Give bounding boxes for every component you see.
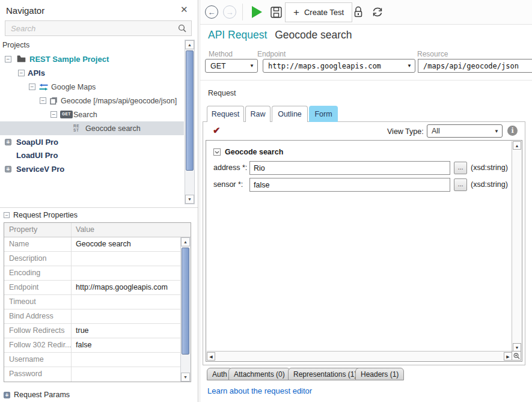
navigator-panel: Navigator ✕ Projects − REST Sample Proje… xyxy=(0,0,198,402)
property-cell: Endpoint xyxy=(4,281,72,294)
info-icon[interactable]: i xyxy=(507,126,518,136)
create-test-button[interactable]: + Create Test xyxy=(285,2,352,22)
scroll-up-icon[interactable]: ▲ xyxy=(513,141,521,150)
form-vertical-scrollbar[interactable]: ▲ ▼ xyxy=(512,141,521,352)
tab-request[interactable]: Request xyxy=(207,106,244,122)
collapse-icon[interactable]: − xyxy=(29,84,35,90)
refresh-icon[interactable] xyxy=(371,5,384,19)
tree-item-soapui-pro[interactable]: + SoapUI Pro xyxy=(0,135,184,149)
column-header-property[interactable]: Property xyxy=(4,223,72,237)
expand-icon[interactable]: + xyxy=(4,392,10,398)
scroll-down-icon[interactable]: ▼ xyxy=(513,343,521,352)
method-dropdown[interactable]: GET ▼ xyxy=(205,59,258,73)
column-header-value[interactable]: Value xyxy=(72,223,191,237)
scroll-left-icon[interactable]: ◀ xyxy=(207,352,215,361)
search-icon[interactable] xyxy=(178,24,191,32)
table-row[interactable]: Encoding xyxy=(4,266,191,281)
close-icon[interactable]: ✕ xyxy=(180,4,188,15)
value-cell[interactable]: http://maps.googleapis.com xyxy=(72,281,191,294)
app-window: Navigator ✕ Projects − REST Sample Proje… xyxy=(0,0,532,402)
tree-item-geocode-search-selected[interactable]: REST Geocode search xyxy=(0,121,184,135)
ellipsis-button[interactable]: ... xyxy=(454,162,467,174)
table-row[interactable]: Bind Address xyxy=(4,309,191,324)
collapse-icon[interactable]: − xyxy=(4,212,10,218)
table-scrollbar-thumb[interactable] xyxy=(182,248,189,355)
lock-icon[interactable] xyxy=(352,5,364,19)
resource-input[interactable] xyxy=(418,59,532,73)
tree-item-project[interactable]: − REST Sample Project xyxy=(0,52,184,66)
scroll-right-icon[interactable]: ▶ xyxy=(504,352,512,361)
save-icon[interactable] xyxy=(270,6,283,19)
navigator-title: Navigator xyxy=(6,5,44,16)
sensor-input[interactable] xyxy=(249,178,450,192)
address-input[interactable] xyxy=(249,161,450,175)
table-row[interactable]: Password xyxy=(4,367,191,382)
tab-headers[interactable]: Headers (1) xyxy=(355,368,404,380)
value-cell[interactable]: false xyxy=(72,338,191,352)
table-row[interactable]: Username xyxy=(4,353,191,367)
expand-icon[interactable]: + xyxy=(5,139,11,145)
collapse-icon[interactable]: − xyxy=(50,111,57,118)
scroll-up-icon[interactable]: ▲ xyxy=(181,237,190,246)
tree-item-google-maps[interactable]: − Google Maps xyxy=(0,80,184,94)
form-group-header[interactable]: Geocode search xyxy=(213,148,283,156)
tree-item-geocode[interactable]: − Geocode [/maps/api/geocode/json] xyxy=(0,94,184,108)
value-cell[interactable] xyxy=(72,353,191,367)
method-label: Method xyxy=(209,50,233,58)
request-editor-panel: ← → + Create Test API Request Geocode se… xyxy=(200,0,532,402)
request-properties-header[interactable]: − Request Properties xyxy=(4,211,78,219)
endpoint-dropdown[interactable]: http://maps.googleapis.com ▼ xyxy=(263,59,415,73)
view-type-label: View Type: xyxy=(387,127,424,136)
tab-form[interactable]: Form xyxy=(309,106,338,122)
tree-scrollbar[interactable]: ▲ ▼ xyxy=(185,40,195,204)
collapse-icon[interactable]: − xyxy=(5,56,11,62)
tree-item-label: Search xyxy=(73,111,97,119)
value-cell[interactable] xyxy=(72,252,191,266)
table-row[interactable]: Follow 302 Redir... false xyxy=(4,338,191,353)
run-button[interactable] xyxy=(252,6,262,18)
value-cell[interactable] xyxy=(72,309,191,323)
ellipsis-button[interactable]: ... xyxy=(454,178,467,191)
help-link[interactable]: Learn about the request editor xyxy=(207,386,312,395)
value-cell[interactable] xyxy=(72,266,191,280)
tab-raw[interactable]: Raw xyxy=(245,106,271,122)
form-field-address: address *: ... (xsd:string) xyxy=(206,161,507,175)
search-input[interactable] xyxy=(5,24,178,33)
value-cell[interactable] xyxy=(72,295,191,309)
collapse-chevron-icon[interactable] xyxy=(213,148,221,156)
table-row[interactable]: Description xyxy=(4,252,191,266)
scroll-down-icon[interactable]: ▼ xyxy=(185,195,194,204)
value-cell[interactable]: true xyxy=(72,324,191,338)
table-scrollbar[interactable]: ▲ ▼ xyxy=(180,237,191,382)
tab-representations[interactable]: Representations (1) xyxy=(288,368,362,380)
tab-outline[interactable]: Outline xyxy=(272,106,308,122)
form-horizontal-scrollbar[interactable]: ◀ ▶ xyxy=(207,351,512,361)
create-test-label: Create Test xyxy=(304,8,344,17)
scroll-down-icon[interactable]: ▼ xyxy=(181,373,190,382)
collapse-icon[interactable]: − xyxy=(18,70,25,76)
value-cell[interactable]: Geocode search xyxy=(72,237,191,251)
table-row[interactable]: Follow Redirects true xyxy=(4,324,191,338)
table-row[interactable]: Name Geocode search xyxy=(4,237,191,252)
tree-item-apis[interactable]: − APIs xyxy=(0,66,184,80)
tree-item-servicev-pro[interactable]: + ServiceV Pro xyxy=(0,162,184,176)
value-cell[interactable] xyxy=(72,367,191,382)
property-cell: Timeout xyxy=(4,295,72,309)
expand-icon[interactable]: + xyxy=(5,166,11,172)
section-divider xyxy=(200,80,532,81)
zoom-corner-icon[interactable] xyxy=(512,351,521,361)
view-type-dropdown[interactable]: All ▼ xyxy=(427,124,503,138)
form-editor-area: Geocode search address *: ... (xsd:strin… xyxy=(206,140,522,362)
scroll-up-icon[interactable]: ▲ xyxy=(185,40,194,49)
form-tab-content: ✔ View Type: All ▼ i Geocode search addr… xyxy=(203,121,525,365)
tree-scrollbar-thumb[interactable] xyxy=(186,50,194,171)
tree-item-loadui-pro[interactable]: LoadUI Pro xyxy=(0,148,184,162)
collapse-icon[interactable]: − xyxy=(40,97,46,104)
request-params-header[interactable]: + Request Params xyxy=(4,391,70,399)
tab-attachments[interactable]: Attachments (0) xyxy=(228,368,290,380)
table-row[interactable]: Timeout xyxy=(4,295,191,309)
table-row[interactable]: Endpoint http://maps.googleapis.com xyxy=(4,281,191,295)
back-icon[interactable]: ← xyxy=(205,5,218,19)
tree-item-search-method[interactable]: − GET Search xyxy=(0,108,184,121)
view-type-value: All xyxy=(427,127,491,135)
